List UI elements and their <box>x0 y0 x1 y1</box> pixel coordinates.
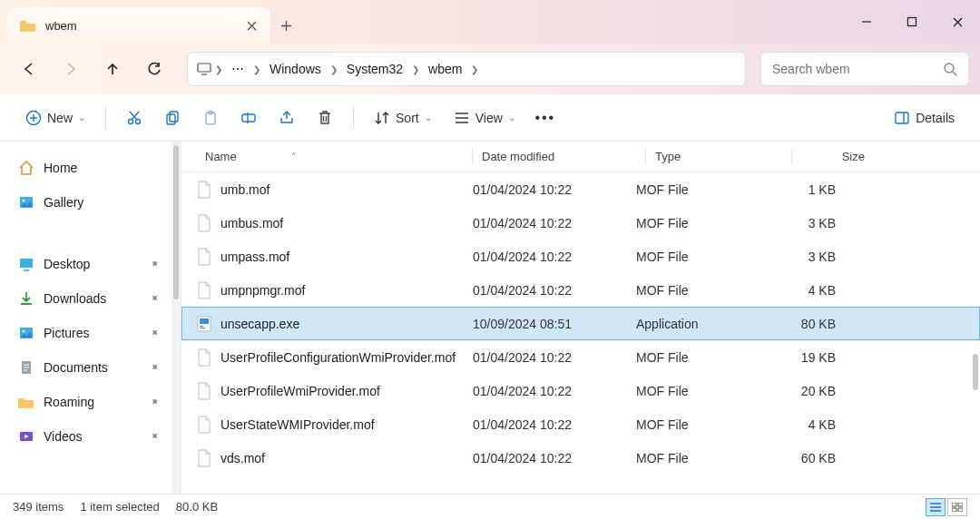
file-row[interactable]: UserProfileWmiProvider.mof01/04/2024 10:… <box>181 374 980 407</box>
cut-button[interactable] <box>117 102 152 134</box>
svg-point-5 <box>136 119 141 123</box>
sidebar-item-desktop[interactable]: Desktop✦ <box>9 247 168 281</box>
file-type: MOF File <box>636 182 772 197</box>
search-input[interactable] <box>772 62 943 76</box>
sidebar-item-videos[interactable]: Videos✦ <box>9 419 168 454</box>
file-row[interactable]: umb.mof01/04/2024 10:22MOF File1 KB <box>181 172 980 206</box>
sort-icon <box>374 110 390 126</box>
column-header-date[interactable]: Date modified <box>482 150 645 163</box>
status-selected-size: 80.0 KB <box>176 500 218 514</box>
search-box[interactable] <box>760 52 969 86</box>
home-icon <box>18 160 34 176</box>
paste-button[interactable] <box>193 102 228 134</box>
svg-point-2 <box>945 64 954 73</box>
pin-icon: ✦ <box>147 429 162 445</box>
sidebar-item-label: Gallery <box>44 195 83 210</box>
new-tab-button[interactable] <box>270 7 301 44</box>
file-name: vds.mof <box>220 451 265 465</box>
share-button[interactable] <box>270 102 304 134</box>
column-header-name[interactable]: Name˄ <box>181 150 472 163</box>
file-icon <box>197 181 211 199</box>
file-date: 10/09/2024 08:51 <box>473 317 636 331</box>
up-button[interactable] <box>94 51 131 87</box>
file-size: 80 KB <box>772 317 863 331</box>
title-bar: wbem <box>0 0 980 44</box>
sidebar-item-roaming[interactable]: Roaming✦ <box>9 385 168 419</box>
new-button[interactable]: New ⌄ <box>16 102 94 134</box>
breadcrumb-system32[interactable]: System32 <box>341 58 408 80</box>
minimize-button[interactable] <box>844 0 889 44</box>
folder-icon <box>18 396 34 408</box>
delete-button[interactable] <box>308 102 342 134</box>
column-header-type[interactable]: Type <box>655 150 791 163</box>
column-header-size[interactable]: Size <box>801 150 892 163</box>
copy-button[interactable] <box>155 102 190 134</box>
file-row[interactable]: vds.mof01/04/2024 10:22MOF File60 KB <box>181 441 980 475</box>
forward-button[interactable] <box>53 51 89 87</box>
cut-icon <box>126 110 142 126</box>
details-button[interactable]: Details <box>885 102 964 134</box>
svg-rect-10 <box>242 114 255 122</box>
sidebar-item-home[interactable]: Home <box>9 151 168 185</box>
tab-wbem[interactable]: wbem <box>7 7 270 44</box>
view-details-toggle[interactable] <box>926 498 946 516</box>
toolbar: New ⌄ Sort ⌄ View ⌄ ••• Details <box>0 94 980 142</box>
chevron-down-icon: ⌄ <box>78 113 85 122</box>
svg-rect-21 <box>200 326 203 327</box>
file-icon <box>197 348 211 367</box>
sidebar-item-pictures[interactable]: Pictures✦ <box>9 316 168 350</box>
content-scrollbar-thumb[interactable] <box>973 354 978 390</box>
file-date: 01/04/2024 10:22 <box>473 283 636 298</box>
breadcrumb-overflow[interactable]: ⋯ <box>226 58 250 80</box>
sidebar-scrollbar[interactable] <box>172 142 181 494</box>
body: HomeGalleryDesktop✦Downloads✦Pictures✦Do… <box>0 142 980 494</box>
sidebar-item-downloads[interactable]: Downloads✦ <box>9 281 168 316</box>
file-name: UserStateWMIProvider.mof <box>220 417 375 432</box>
file-row[interactable]: UserProfileConfigurationWmiProvider.mof0… <box>181 340 980 374</box>
svg-rect-6 <box>167 114 175 124</box>
file-row[interactable]: UserStateWMIProvider.mof01/04/2024 10:22… <box>181 407 980 441</box>
view-toggle <box>926 498 967 516</box>
maximize-button[interactable] <box>889 0 935 44</box>
address-bar[interactable]: ❯ ⋯ ❯ Windows ❯ System32 ❯ wbem ❯ <box>187 52 746 86</box>
status-item-count: 349 items <box>13 500 64 514</box>
file-name: umbus.mof <box>220 216 283 230</box>
sidebar-item-label: Roaming <box>44 395 94 409</box>
tab-close-icon[interactable] <box>245 19 258 32</box>
details-pane-icon <box>894 110 910 126</box>
svg-point-16 <box>23 330 25 333</box>
sidebar-item-label: Downloads <box>44 291 106 306</box>
file-date: 01/04/2024 10:22 <box>473 216 636 230</box>
scrollbar-thumb[interactable] <box>173 145 179 299</box>
breadcrumb-wbem[interactable]: wbem <box>423 58 467 80</box>
sidebar-item-gallery[interactable]: Gallery <box>9 185 168 220</box>
more-button[interactable]: ••• <box>528 102 563 134</box>
rename-button[interactable] <box>231 102 266 134</box>
svg-rect-26 <box>958 508 963 512</box>
sidebar-item-documents[interactable]: Documents✦ <box>9 350 168 385</box>
svg-rect-24 <box>958 503 963 506</box>
sidebar-item-label: Desktop <box>44 257 90 271</box>
view-label: View <box>475 111 503 125</box>
file-date: 01/04/2024 10:22 <box>473 250 636 264</box>
file-icon <box>197 449 211 467</box>
file-row[interactable]: umpass.mof01/04/2024 10:22MOF File3 KB <box>181 240 980 273</box>
close-button[interactable] <box>935 0 980 44</box>
folder-icon <box>20 19 36 32</box>
breadcrumb-windows[interactable]: Windows <box>264 58 327 80</box>
view-thumbnails-toggle[interactable] <box>947 498 967 516</box>
file-row[interactable]: umpnpmgr.mof01/04/2024 10:22MOF File4 KB <box>181 273 980 307</box>
delete-icon <box>317 110 333 126</box>
pin-icon: ✦ <box>147 360 162 376</box>
refresh-button[interactable] <box>136 51 172 87</box>
desktop-icon <box>18 256 34 272</box>
file-type: MOF File <box>636 216 772 230</box>
file-pane: Name˄ Date modified Type Size umb.mof01/… <box>181 142 980 494</box>
back-button[interactable] <box>11 51 47 87</box>
svg-rect-25 <box>952 508 956 512</box>
explorer-window: wbem ❯ ⋯ ❯ Windows ❯ System32 ❯ wbem ❯ <box>0 0 980 519</box>
file-row[interactable]: umbus.mof01/04/2024 10:22MOF File3 KB <box>181 206 980 240</box>
view-button[interactable]: View ⌄ <box>445 102 524 134</box>
sort-button[interactable]: Sort ⌄ <box>365 102 441 134</box>
file-row[interactable]: unsecapp.exe10/09/2024 08:51Application8… <box>181 307 980 340</box>
